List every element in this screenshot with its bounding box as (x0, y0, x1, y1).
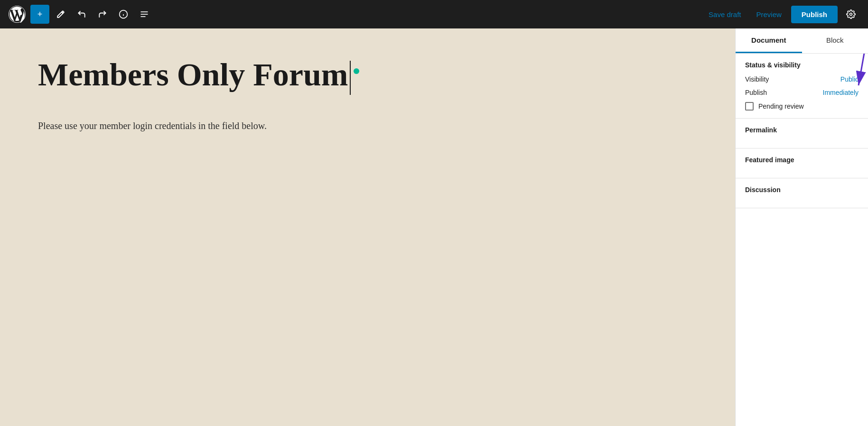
tab-document[interactable]: Document (736, 28, 802, 53)
post-title-text: Members Only Forum (38, 56, 348, 93)
settings-button[interactable] (840, 0, 862, 28)
edit-tool-button[interactable] (51, 5, 70, 24)
add-block-button[interactable]: + (30, 5, 49, 24)
sidebar-inner: Document Block Status & visibility Visib… (736, 28, 868, 208)
discussion-title: Discussion (745, 186, 859, 194)
tab-block[interactable]: Block (802, 28, 868, 53)
sidebar: Document Block Status & visibility Visib… (735, 28, 868, 426)
publish-button[interactable]: Publish (791, 6, 838, 23)
post-body[interactable]: Please use your member login credentials… (38, 118, 697, 134)
visibility-label: Visibility (745, 75, 769, 83)
pending-review-checkbox[interactable] (745, 102, 754, 111)
post-title[interactable]: Members Only Forum (38, 57, 697, 95)
save-draft-button[interactable]: Save draft (703, 7, 747, 22)
list-view-button[interactable] (135, 5, 154, 24)
pending-review-row: Pending review (745, 102, 859, 111)
redo-button[interactable] (93, 5, 112, 24)
visibility-row: Visibility Public (745, 75, 859, 83)
undo-button[interactable] (72, 5, 91, 24)
pending-review-label: Pending review (758, 102, 804, 110)
featured-image-title: Featured image (745, 156, 859, 164)
info-button[interactable] (114, 5, 133, 24)
cursor-indicator (350, 61, 351, 95)
publish-label: Publish (745, 89, 767, 96)
toolbar-right: Save draft Preview Publish (703, 6, 838, 23)
status-section-title: Status & visibility (745, 61, 859, 69)
svg-point-6 (850, 13, 852, 16)
status-dot (354, 68, 359, 74)
featured-image-section[interactable]: Featured image (736, 148, 868, 178)
preview-button[interactable]: Preview (750, 7, 787, 22)
toolbar: + Save draft Preview (0, 0, 868, 28)
permalink-section[interactable]: Permalink (736, 119, 868, 148)
editor-area[interactable]: Members Only Forum Please use your membe… (0, 28, 735, 426)
sidebar-tabs: Document Block (736, 28, 868, 54)
visibility-value[interactable]: Public (840, 75, 859, 83)
main-layout: Members Only Forum Please use your membe… (0, 28, 868, 426)
wp-logo (6, 0, 28, 28)
status-visibility-section: Status & visibility Visibility Public Pu… (736, 54, 868, 119)
publish-row: Publish Immediately (745, 89, 859, 96)
permalink-title: Permalink (745, 126, 859, 134)
publish-value[interactable]: Immediately (823, 89, 859, 96)
discussion-section[interactable]: Discussion (736, 178, 868, 208)
